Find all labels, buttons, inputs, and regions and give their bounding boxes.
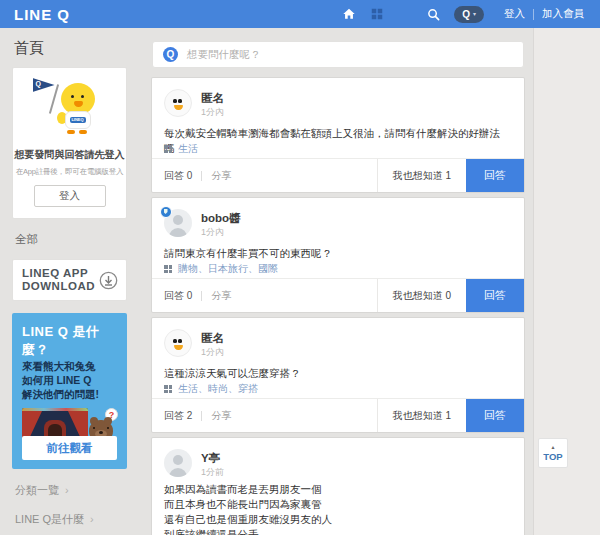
question-text[interactable]: 這種涼涼天氣可以怎麼穿搭？ bbox=[164, 366, 510, 381]
login-card: Q LINEQ 想要發問與回答請先登入 在App註冊後，即可在電腦版登入 登入 bbox=[12, 67, 127, 219]
q-service-dropdown[interactable]: Q ▾ bbox=[454, 6, 484, 23]
question-tags[interactable]: 購物、日本旅行、國際 bbox=[178, 262, 278, 276]
login-card-title: 想要發問與回答請先登入 bbox=[13, 148, 126, 162]
card-footer: 回答 0 分享 我也想知道 0 回答 bbox=[152, 278, 524, 312]
author-name[interactable]: bobo醬 bbox=[201, 211, 241, 226]
question-text[interactable]: 每次戴安全帽騎車瀏海都會黏在額頭上又很油，請問有什麼解決的好辦法嗎 bbox=[164, 126, 510, 156]
q-icon: Q bbox=[163, 47, 178, 62]
apps-grid-icon[interactable] bbox=[370, 7, 384, 21]
sally-beak bbox=[74, 101, 83, 107]
author-name[interactable]: 匿名 bbox=[201, 331, 224, 346]
category-icon bbox=[164, 145, 172, 153]
header-login-link[interactable]: 登入 bbox=[496, 7, 533, 21]
up-arrow-icon: ▲ bbox=[551, 445, 556, 450]
question-card: bobo醬 1分內 請問東京有什麼非買不可的東西呢？ 購物、日本旅行、國際 回答… bbox=[152, 198, 524, 312]
page-title-home[interactable]: 首頁 bbox=[14, 39, 127, 58]
promo-line2: 如何用 LINE Q bbox=[22, 373, 117, 387]
lineq-shirt-badge: LINEQ bbox=[70, 117, 86, 123]
sally-mascot: Q LINEQ bbox=[31, 78, 109, 142]
ask-placeholder: 想要問什麼呢？ bbox=[187, 48, 261, 62]
answers-count[interactable]: 回答 0 bbox=[164, 289, 192, 303]
ask-question-input[interactable]: Q 想要問什麼呢？ bbox=[152, 41, 524, 68]
question-card: 匿名 1分內 這種涼涼天氣可以怎麼穿搭？ 生活、時尚、穿搭 回答 2 分享 我也… bbox=[152, 318, 524, 432]
card-footer: 回答 2 分享 我也想知道 1 回答 bbox=[152, 398, 524, 432]
anon-eyes bbox=[173, 339, 182, 343]
want-to-know-button[interactable]: 我也想知道 1 bbox=[377, 159, 466, 192]
avatar-anonymous[interactable] bbox=[164, 329, 192, 357]
promo-title: LINE Q 是什麼？ bbox=[22, 323, 117, 359]
question-tags[interactable]: 生活、時尚、穿搭 bbox=[178, 382, 258, 396]
sidebar-login-button[interactable]: 登入 bbox=[34, 185, 106, 207]
top-button-label: TOP bbox=[543, 451, 562, 462]
verified-badge-icon bbox=[160, 206, 172, 218]
header-right: Q ▾ 登入 加入會員 bbox=[427, 0, 592, 28]
post-time: 1分內 bbox=[201, 346, 224, 359]
anon-eyes bbox=[173, 99, 182, 103]
scroll-to-top-button[interactable]: ▲ TOP bbox=[538, 438, 568, 468]
answer-button[interactable]: 回答 bbox=[466, 399, 524, 432]
home-icon[interactable] bbox=[342, 7, 356, 21]
want-to-know-button[interactable]: 我也想知道 1 bbox=[377, 399, 466, 432]
author-name[interactable]: 匿名 bbox=[201, 91, 224, 106]
header-nav bbox=[342, 0, 384, 28]
sally-shirt: LINEQ bbox=[65, 111, 91, 129]
post-time: 1分內 bbox=[201, 106, 224, 119]
question-card: 匿名 1分內 每次戴安全帽騎車瀏海都會黏在額頭上又很油，請問有什麼解決的好辦法嗎… bbox=[152, 78, 524, 192]
chevron-down-icon: ▾ bbox=[473, 11, 476, 17]
promo-card: LINE Q 是什麼？ 來看熊大和兔兔 如何用 LINE Q 解決他們的問題! … bbox=[12, 313, 127, 469]
header-join-link[interactable]: 加入會員 bbox=[534, 7, 592, 21]
post-time: 1分前 bbox=[201, 466, 224, 479]
answer-button[interactable]: 回答 bbox=[466, 159, 524, 192]
author-name[interactable]: Y亭 bbox=[201, 451, 220, 466]
watch-video-button[interactable]: 前往觀看 bbox=[22, 436, 117, 460]
q-badge: Q bbox=[462, 9, 470, 20]
anon-beak bbox=[174, 345, 183, 350]
sidebar: 首頁 Q LINEQ 想要發問與回答請先登入 在App註冊後，即可在電腦版登入 … bbox=[12, 28, 127, 527]
login-card-subtitle: 在App註冊後，即可在電腦版登入 bbox=[13, 167, 126, 177]
promo-line1: 來看熊大和兔兔 bbox=[22, 359, 117, 373]
anon-beak bbox=[174, 105, 183, 110]
lineq-flag-icon: Q bbox=[33, 78, 55, 92]
chevron-right-icon: › bbox=[90, 513, 94, 525]
share-button[interactable]: 分享 bbox=[211, 289, 231, 303]
sidebar-link-what-is-lineq[interactable]: LINE Q是什麼› bbox=[15, 512, 127, 527]
sidebar-link-categories[interactable]: 分類一覽› bbox=[15, 483, 127, 498]
avatar-anonymous[interactable] bbox=[164, 89, 192, 117]
flag-pole bbox=[48, 84, 58, 113]
answers-count[interactable]: 回答 2 bbox=[164, 409, 192, 423]
question-text[interactable]: 請問東京有什麼非買不可的東西呢？ bbox=[164, 246, 510, 261]
promo-line3: 解決他們的問題! bbox=[22, 387, 117, 401]
answers-count[interactable]: 回答 0 bbox=[164, 169, 192, 183]
sidebar-item-all[interactable]: 全部 bbox=[15, 232, 127, 247]
question-card: Y亭 1分前 如果因為讀書而老是丟男朋友一個 而且本身也不能長出門因為家裏管 還… bbox=[152, 438, 524, 535]
search-icon[interactable] bbox=[427, 8, 440, 21]
answer-button[interactable]: 回答 bbox=[466, 279, 524, 312]
download-icon bbox=[99, 271, 118, 290]
question-tags[interactable]: 生活 bbox=[178, 142, 198, 156]
chevron-right-icon: › bbox=[65, 484, 69, 496]
question-text[interactable]: 如果因為讀書而老是丟男朋友一個 而且本身也不能長出門因為家裏管 還有自己也是個重… bbox=[164, 482, 510, 535]
top-bar: LINE Q Q ▾ 登入 加入會員 bbox=[0, 0, 600, 28]
lineq-logo[interactable]: LINE Q bbox=[14, 6, 70, 23]
category-icon bbox=[164, 385, 172, 393]
post-time: 1分內 bbox=[201, 226, 224, 239]
category-icon bbox=[164, 265, 172, 273]
app-download-button[interactable]: LINEQ APP DOWNLOAD bbox=[12, 259, 127, 301]
share-button[interactable]: 分享 bbox=[211, 169, 231, 183]
card-footer: 回答 0 分享 我也想知道 1 回答 bbox=[152, 158, 524, 192]
share-button[interactable]: 分享 bbox=[211, 409, 231, 423]
want-to-know-button[interactable]: 我也想知道 0 bbox=[377, 279, 466, 312]
avatar-user[interactable] bbox=[164, 449, 192, 477]
